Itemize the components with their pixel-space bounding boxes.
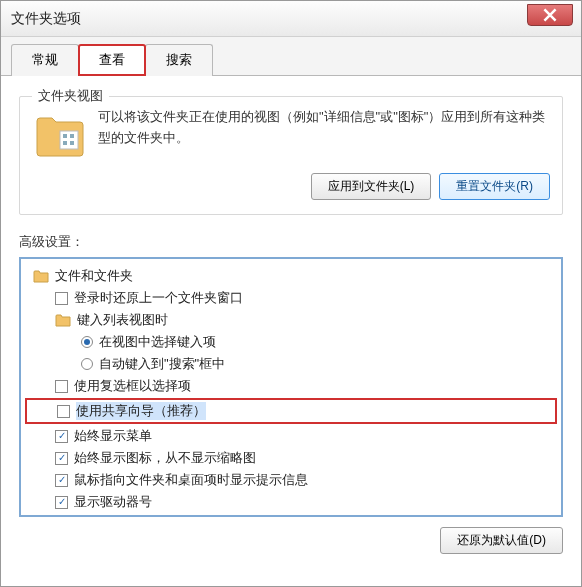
radio[interactable] (81, 358, 93, 370)
tree-root-label: 文件和文件夹 (55, 267, 133, 285)
svg-rect-1 (63, 134, 67, 138)
tab-search[interactable]: 搜索 (145, 44, 213, 76)
checkbox[interactable] (55, 380, 68, 393)
tree-item-hide-empty-drives[interactable]: 隐藏计算机文件夹中的空驱动器 (25, 513, 557, 517)
tree-item-auto-search[interactable]: 自动键入到"搜索"框中 (25, 353, 557, 375)
footer-row: 还原为默认值(D) (19, 527, 563, 554)
advanced-settings-label: 高级设置： (19, 233, 563, 251)
svg-rect-4 (70, 141, 74, 145)
checkbox[interactable] (55, 496, 68, 509)
tab-general-label: 常规 (32, 52, 58, 67)
tree-item-show-tooltips[interactable]: 鼠标指向文件夹和桌面项时显示提示信息 (25, 469, 557, 491)
window-title: 文件夹选项 (11, 10, 81, 28)
tree-item-select-typed[interactable]: 在视图中选择键入项 (25, 331, 557, 353)
reset-folders-button[interactable]: 重置文件夹(R) (439, 173, 550, 200)
apply-to-folders-button[interactable]: 应用到文件夹(L) (311, 173, 432, 200)
tree-item-restore-windows[interactable]: 登录时还原上一个文件夹窗口 (25, 287, 557, 309)
tab-content: 文件夹视图 可以将该文件夹正在使用的视图（例如"详细信息"或"图标"）应用到所有… (1, 76, 581, 587)
tab-view[interactable]: 查看 (78, 44, 146, 76)
close-icon (543, 8, 557, 22)
close-button[interactable] (527, 4, 573, 26)
svg-rect-2 (70, 134, 74, 138)
tab-row: 常规 查看 搜索 (1, 37, 581, 76)
radio[interactable] (81, 336, 93, 348)
folder-views-legend: 文件夹视图 (32, 87, 109, 105)
tree-item-always-icons[interactable]: 始终显示图标，从不显示缩略图 (25, 447, 557, 469)
checkbox[interactable] (55, 430, 68, 443)
tree-item-show-drive-letters[interactable]: 显示驱动器号 (25, 491, 557, 513)
tab-search-label: 搜索 (166, 52, 192, 67)
titlebar: 文件夹选项 (1, 1, 581, 37)
folder-views-icon (32, 107, 88, 163)
tree-item-use-checkboxes[interactable]: 使用复选框以选择项 (25, 375, 557, 397)
checkbox[interactable] (55, 474, 68, 487)
checkbox[interactable] (57, 405, 70, 418)
tab-view-label: 查看 (99, 52, 125, 67)
folder-views-fieldset: 文件夹视图 可以将该文件夹正在使用的视图（例如"详细信息"或"图标"）应用到所有… (19, 96, 563, 215)
tree-item-always-menu[interactable]: 始终显示菜单 (25, 425, 557, 447)
svg-rect-3 (63, 141, 67, 145)
highlight-box: 使用共享向导（推荐） (25, 398, 557, 424)
checkbox[interactable] (55, 292, 68, 305)
svg-rect-0 (60, 131, 78, 149)
folder-views-description: 可以将该文件夹正在使用的视图（例如"详细信息"或"图标"）应用到所有这种类型的文… (98, 107, 550, 149)
restore-defaults-button[interactable]: 还原为默认值(D) (440, 527, 563, 554)
checkbox[interactable] (55, 452, 68, 465)
folder-options-window: 文件夹选项 常规 查看 搜索 文件夹视图 (0, 0, 582, 587)
tree-root: 文件和文件夹 (25, 265, 557, 287)
tree-item-sharing-wizard[interactable]: 使用共享向导（推荐） (27, 400, 555, 422)
folder-icon (55, 312, 71, 328)
tab-general[interactable]: 常规 (11, 44, 79, 76)
advanced-settings-tree[interactable]: 文件和文件夹 登录时还原上一个文件夹窗口 键入列表视图时 在视图中选择键入项 自… (19, 257, 563, 517)
folder-icon (33, 268, 49, 284)
tree-item-typing-group: 键入列表视图时 (25, 309, 557, 331)
